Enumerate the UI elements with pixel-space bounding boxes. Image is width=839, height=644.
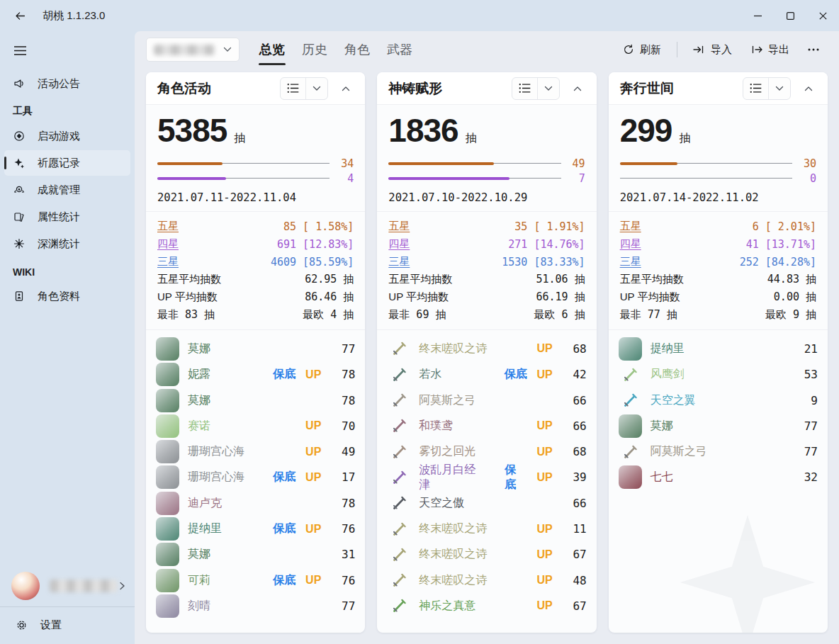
pull-count: 68 <box>567 342 587 356</box>
item-name: 终末嗟叹之诗 <box>419 547 487 562</box>
uid-select-dropdown[interactable] <box>146 38 240 62</box>
list-item: 天空之傲66 <box>387 490 586 516</box>
close-button[interactable] <box>806 0 839 31</box>
character-avatar <box>156 440 179 463</box>
tier-label[interactable]: 五星 <box>620 220 641 233</box>
tier-value: 85 [ 1.58%] <box>283 220 354 233</box>
item-name: 阿莫斯之弓 <box>651 444 707 459</box>
chevron-right-icon <box>118 582 126 590</box>
sidebar-item-achievements[interactable]: 成就管理 <box>4 177 130 203</box>
item-name: 波乱月白经津 <box>419 463 486 492</box>
view-tabs: 总览 历史 角色 武器 <box>252 31 420 68</box>
card-header: 角色活动 <box>146 72 365 105</box>
pull-count: 49 <box>335 445 355 458</box>
user-account-row[interactable] <box>0 565 135 606</box>
avg-five-star-row: 五星平均抽数51.06 抽 <box>388 271 585 288</box>
guarantee-badge: 保底 <box>273 470 295 485</box>
list-mode-dropdown-button[interactable] <box>769 78 790 99</box>
stat-value: 86.46 抽 <box>305 290 354 304</box>
card-stats: 五星35 [ 1.91%]四星271 [14.76%]三星1530 [83.33… <box>377 211 596 329</box>
stat-label: 五星平均抽数 <box>388 273 452 286</box>
character-avatar <box>156 543 179 566</box>
sidebar-item-character-wiki[interactable]: 角色资料 <box>4 283 130 309</box>
tab-weapons[interactable]: 武器 <box>380 31 420 68</box>
list-item: 可莉保底UP76 <box>156 567 355 593</box>
pull-count: 9 <box>798 394 818 407</box>
five-star-pity-bar: 34 <box>157 156 354 171</box>
collapse-card-button[interactable] <box>567 78 588 99</box>
tier-label[interactable]: 四星 <box>157 237 179 251</box>
character-avatar <box>619 465 642 489</box>
pull-count: 77 <box>798 419 818 433</box>
list-view-button[interactable] <box>743 78 769 99</box>
list-item: 雾切之回光UP68 <box>387 439 586 464</box>
item-name: 若水 <box>419 367 441 382</box>
tier-label[interactable]: 四星 <box>388 237 410 251</box>
up-badge: UP <box>305 368 321 381</box>
tier-label[interactable]: 三星 <box>388 255 410 269</box>
pity-count: 30 <box>798 157 816 170</box>
pull-count: 66 <box>567 497 587 510</box>
import-button[interactable]: 导入 <box>686 39 739 61</box>
collapse-card-button[interactable] <box>335 78 356 99</box>
collapse-card-button[interactable] <box>798 78 819 99</box>
pull-count: 39 <box>567 470 587 484</box>
character-avatar <box>156 389 179 412</box>
item-name: 莫娜 <box>188 341 210 356</box>
pity-count: 0 <box>798 172 816 185</box>
sidebar-item-launch-game[interactable]: 启动游戏 <box>4 123 130 149</box>
divider <box>0 606 135 607</box>
tab-overview[interactable]: 总览 <box>252 31 292 68</box>
list-view-button[interactable] <box>512 78 538 99</box>
back-button[interactable] <box>9 5 31 26</box>
minimize-icon <box>754 12 762 20</box>
tab-history[interactable]: 历史 <box>295 31 334 68</box>
weapon-icon <box>387 492 410 515</box>
sidebar-item-property-stats[interactable]: 属性统计 <box>4 204 130 230</box>
total-pulls-unit: 抽 <box>679 131 690 146</box>
pull-count: 66 <box>567 419 587 433</box>
sidebar-item-label: 祈愿记录 <box>38 157 80 170</box>
weapon-icon <box>387 465 410 489</box>
card-summary: 1836抽4972021.07.10-2022.10.29 <box>377 105 596 211</box>
four-star-pity-bar: 4 <box>157 171 354 186</box>
character-avatar <box>156 465 179 489</box>
chevron-up-icon <box>573 86 582 91</box>
pity-count: 49 <box>567 157 585 170</box>
import-icon <box>693 45 705 55</box>
minimize-button[interactable] <box>741 0 774 31</box>
five-star-pity-bar: 30 <box>620 156 816 171</box>
list-item: 迪卢克78 <box>156 490 355 516</box>
tier-label[interactable]: 四星 <box>620 237 641 251</box>
list-mode-dropdown-button[interactable] <box>538 78 559 99</box>
chevron-down-icon <box>775 86 784 91</box>
worst-pull: 最非 83 抽 <box>157 308 215 322</box>
sidebar-item-announcements[interactable]: 活动公告 <box>4 71 130 96</box>
property-stats-icon <box>13 211 25 223</box>
hamburger-menu-button[interactable] <box>6 38 34 62</box>
weapon-icon <box>387 389 410 412</box>
total-pulls-value: 5385 <box>157 113 227 147</box>
sidebar-item-settings[interactable]: 设置 <box>4 609 130 641</box>
up-badge: UP <box>536 574 552 587</box>
tab-characters[interactable]: 角色 <box>337 31 377 68</box>
sidebar-item-wish-records[interactable]: 祈愿记录 <box>4 150 130 176</box>
chevron-up-icon <box>342 86 350 91</box>
pull-count: 76 <box>335 574 355 587</box>
more-options-button[interactable] <box>801 44 826 55</box>
tier-label[interactable]: 三星 <box>157 255 179 269</box>
pull-count: 53 <box>798 368 818 381</box>
avg-five-star-row: 五星平均抽数62.95 抽 <box>157 271 354 288</box>
four-star-stat-row: 四星691 [12.83%] <box>157 235 354 253</box>
tier-label[interactable]: 五星 <box>157 220 179 233</box>
export-button[interactable]: 导出 <box>743 39 796 61</box>
tier-label[interactable]: 三星 <box>620 255 641 269</box>
refresh-button[interactable]: 刷新 <box>616 39 668 61</box>
maximize-button[interactable] <box>774 0 806 31</box>
list-view-button[interactable] <box>281 78 306 99</box>
list-mode-dropdown-button[interactable] <box>306 78 327 99</box>
weapon-icon <box>619 389 642 412</box>
sidebar-item-abyss-stats[interactable]: 深渊统计 <box>4 231 130 256</box>
tier-label[interactable]: 五星 <box>388 220 410 233</box>
list-item: 莫娜77 <box>619 413 818 439</box>
